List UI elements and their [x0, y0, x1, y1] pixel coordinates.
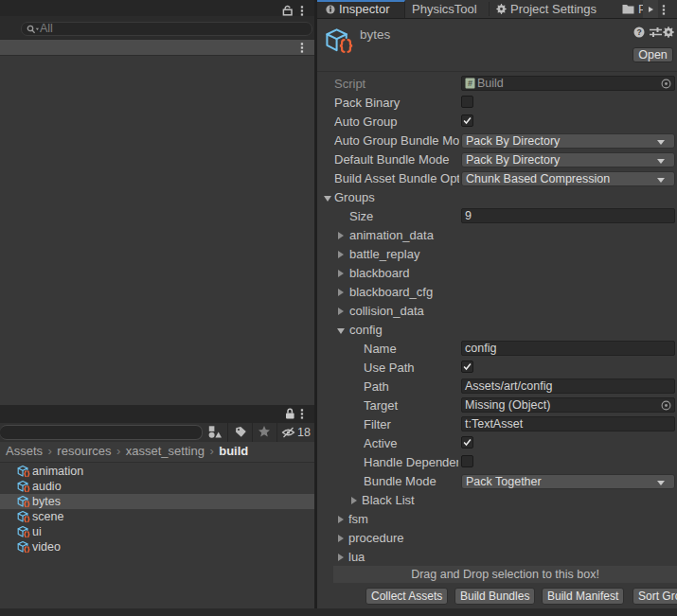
- svg-text:#: #: [468, 79, 472, 88]
- svg-text:?: ?: [636, 27, 641, 37]
